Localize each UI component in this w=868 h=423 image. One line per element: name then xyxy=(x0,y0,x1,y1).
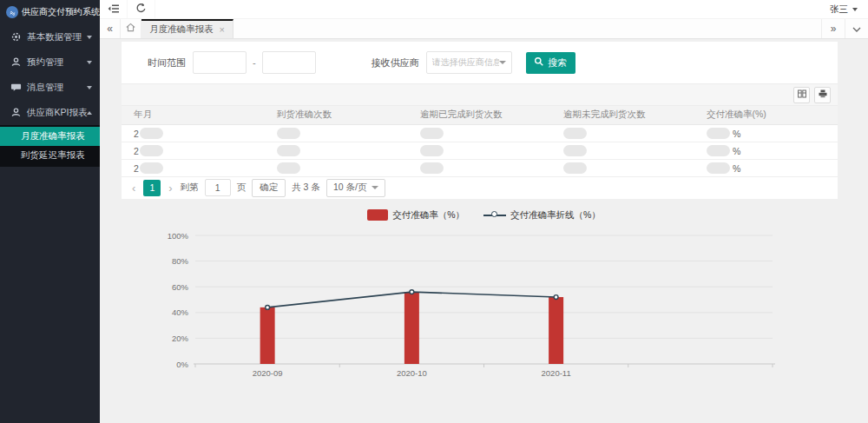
kpi-table: 年月到货准确次数逾期已完成到货次数逾期未完成到货次数交付准确率(%) 2%2%2… xyxy=(122,106,838,177)
sidebar-item-supplier-kpi[interactable]: 供应商KPI报表 xyxy=(0,100,100,125)
chart-line-marker xyxy=(266,305,270,309)
time-range-end-input[interactable] xyxy=(262,51,316,74)
rate-cell: % xyxy=(694,142,838,159)
home-icon xyxy=(125,22,136,36)
refresh-icon xyxy=(135,3,147,16)
chevron-down-icon xyxy=(852,8,858,11)
sidebar-item-message[interactable]: 消息管理 xyxy=(0,75,100,100)
tab-scroll-right-button[interactable]: » xyxy=(821,19,845,38)
y-axis-tick-label: 60% xyxy=(172,281,189,291)
year-month-prefix: 2 xyxy=(134,129,139,139)
filter-form: 时间范围 - 接收供应商 请选择供应商信息 搜索 xyxy=(122,42,838,83)
page-size-value: 10 条/页 xyxy=(333,182,367,194)
count-cell xyxy=(265,142,408,159)
y-axis-tick-label: 80% xyxy=(172,256,189,266)
count-cell xyxy=(551,159,694,176)
refresh-button[interactable] xyxy=(128,0,155,18)
redacted-value xyxy=(277,145,300,156)
legend-item-bar[interactable]: 交付准确率（%） xyxy=(367,209,464,221)
supplier-label: 接收供应商 xyxy=(372,56,419,69)
goto-page-suffix: 页 xyxy=(237,182,247,194)
collapse-sidebar-button[interactable] xyxy=(100,0,128,18)
report-panel: 时间范围 - 接收供应商 请选择供应商信息 搜索 xyxy=(122,42,838,199)
redacted-value xyxy=(277,162,300,174)
sidebar-item-appointment[interactable]: 预约管理 xyxy=(0,50,100,75)
chevron-up-icon xyxy=(87,111,92,115)
tab-bar-right-controls: » xyxy=(821,19,868,38)
redacted-value xyxy=(140,128,163,139)
count-cell xyxy=(265,159,408,176)
redacted-value xyxy=(707,162,730,174)
home-tab-button[interactable] xyxy=(121,19,141,38)
rate-cell: % xyxy=(694,124,838,142)
next-page-button[interactable]: › xyxy=(167,182,174,195)
header-toolbar: 张三 xyxy=(100,0,868,19)
chart-line-marker xyxy=(410,289,414,294)
tab-close-icon[interactable]: × xyxy=(220,25,225,35)
year-month-prefix: 2 xyxy=(134,146,139,156)
y-axis-tick-label: 40% xyxy=(172,307,189,317)
chart-legend: 交付准确率（%）交付准确率折线（%） xyxy=(100,209,868,221)
message-icon xyxy=(10,82,22,93)
sidebar-item-basic-data[interactable]: 基本数据管理 xyxy=(0,24,100,50)
pagination: ‹ 1 › 到第 页 确定 共 3 条 10 条/页 xyxy=(122,177,838,199)
collapse-sidebar-icon xyxy=(108,3,120,16)
goto-page-prefix: 到第 xyxy=(181,182,199,194)
user-menu[interactable]: 张三 xyxy=(830,0,868,18)
table-header-cell: 逾期已完成到货次数 xyxy=(408,106,551,124)
kpi-chart: 0%20%40%60%80%100%2020-092020-102020-11 xyxy=(100,222,868,396)
chevron-down-icon xyxy=(499,61,506,64)
legend-item-line[interactable]: 交付准确率折线（%） xyxy=(483,209,601,221)
user-icon xyxy=(10,56,22,68)
chevron-down-icon xyxy=(87,36,92,39)
legend-line-marker xyxy=(483,209,506,221)
current-page-button[interactable]: 1 xyxy=(143,180,161,196)
time-range-separator: - xyxy=(253,57,256,68)
goto-page-input[interactable] xyxy=(205,179,231,196)
goto-confirm-button[interactable]: 确定 xyxy=(252,179,286,197)
chevron-down-icon xyxy=(87,86,92,89)
x-axis-category-label: 2020-11 xyxy=(542,368,571,378)
grid-columns-icon xyxy=(797,89,807,101)
search-button[interactable]: 搜索 xyxy=(526,52,575,74)
table-toolbar xyxy=(122,83,838,106)
rate-unit: % xyxy=(733,163,740,174)
time-range-start-input[interactable] xyxy=(193,51,247,74)
sidebar: 供应商交付预约系统 基本数据管理预约管理消息管理供应商KPI报表月度准确率报表到… xyxy=(0,0,100,423)
year-month-prefix: 2 xyxy=(134,163,139,174)
prev-page-button[interactable]: ‹ xyxy=(130,182,137,195)
page-size-select[interactable]: 10 条/页 xyxy=(326,179,386,197)
username: 张三 xyxy=(830,3,848,16)
user-icon xyxy=(10,107,22,118)
columns-toggle-button[interactable] xyxy=(793,87,810,103)
supplier-select[interactable]: 请选择供应商信息 xyxy=(426,51,512,74)
tab-scroll-left-button[interactable]: « xyxy=(100,19,121,38)
table-header-row: 年月到货准确次数逾期已完成到货次数逾期未完成到货次数交付准确率(%) xyxy=(122,106,838,124)
y-axis-tick-label: 100% xyxy=(168,230,189,240)
submenu-item-monthly-accuracy[interactable]: 月度准确率报表 xyxy=(0,127,100,146)
x-axis-category-label: 2020-09 xyxy=(253,368,283,378)
redacted-value xyxy=(420,145,444,156)
total-count-label: 共 3 条 xyxy=(292,182,320,194)
app-title: 供应商交付预约系统 xyxy=(22,6,100,18)
app-logo-icon xyxy=(6,6,18,18)
sidebar-item-label: 预约管理 xyxy=(27,56,63,69)
redacted-value xyxy=(563,162,587,174)
count-cell xyxy=(551,124,694,142)
sidebar-submenu: 月度准确率报表到货延迟率报表 xyxy=(0,125,100,167)
chart-container: 0%20%40%60%80%100%2020-092020-102020-11 xyxy=(100,222,868,396)
main-content: 时间范围 - 接收供应商 请选择供应商信息 搜索 xyxy=(100,39,868,423)
tab-label: 月度准确率报表 xyxy=(149,23,214,36)
app-logo: 供应商交付预约系统 xyxy=(0,0,100,24)
table-row: 2% xyxy=(122,124,838,142)
submenu-item-delivery-delay[interactable]: 到货延迟率报表 xyxy=(0,146,100,165)
tab-monthly-accuracy[interactable]: 月度准确率报表 × xyxy=(141,19,233,38)
header: 张三 « 月度准确率报表 × » xyxy=(100,0,868,39)
print-button[interactable] xyxy=(814,87,831,103)
legend-label: 交付准确率（%） xyxy=(392,209,464,221)
tab-actions-button[interactable] xyxy=(845,19,868,38)
count-cell xyxy=(551,142,694,159)
printer-icon xyxy=(818,89,828,101)
supplier-select-placeholder: 请选择供应商信息 xyxy=(432,56,499,69)
table-header-cell: 逾期未完成到货次数 xyxy=(551,106,694,124)
